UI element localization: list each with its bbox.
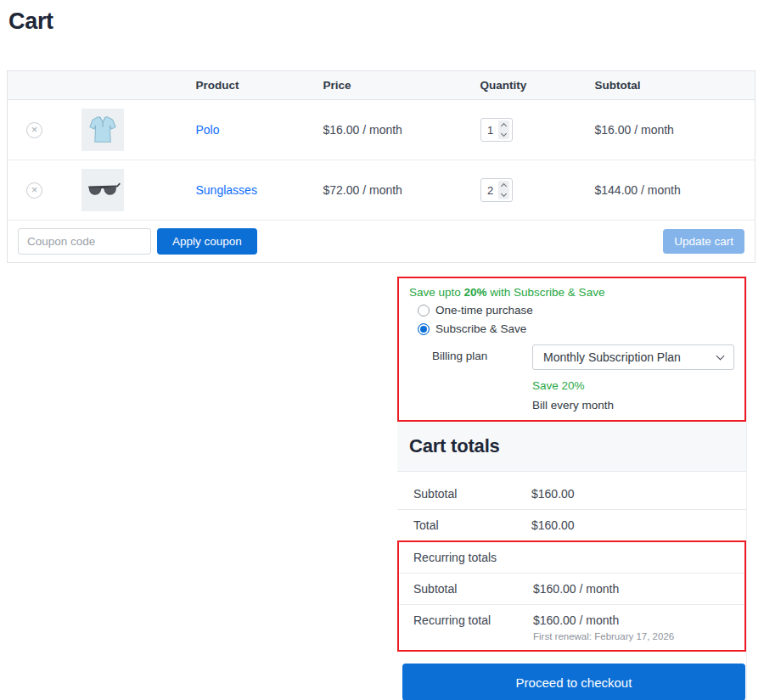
radio-unselected-icon[interactable] bbox=[418, 305, 430, 316]
apply-coupon-button[interactable]: Apply coupon bbox=[157, 228, 257, 255]
col-quantity: Quantity bbox=[472, 71, 587, 100]
table-header-row: Product Price Quantity Subtotal bbox=[8, 71, 756, 100]
billing-plan-label: Billing plan bbox=[432, 344, 532, 412]
col-price: Price bbox=[315, 71, 472, 100]
first-renewal-note: First renewal: February 17, 2026 bbox=[533, 631, 674, 641]
chevron-down-icon[interactable] bbox=[500, 131, 506, 137]
headline-prefix: Save upto bbox=[409, 286, 464, 299]
item-subtotal: $144.00 / month bbox=[587, 160, 756, 221]
subtotal-label: Subtotal bbox=[397, 487, 531, 501]
billing-plan-row: Billing plan Monthly Subscription Plan S… bbox=[409, 344, 734, 412]
col-remove bbox=[8, 71, 73, 100]
cart-totals-title: Cart totals bbox=[409, 435, 746, 457]
recurring-total-label: Recurring total bbox=[399, 613, 533, 627]
recurring-totals-title: Recurring totals bbox=[399, 551, 497, 564]
cart-totals-body: Subtotal $160.00 Total $160.00 Recurring… bbox=[397, 472, 746, 700]
chevron-up-icon[interactable] bbox=[500, 123, 506, 129]
radio-label: Subscribe & Save bbox=[435, 322, 526, 335]
chevron-up-icon[interactable] bbox=[500, 183, 506, 189]
circle-x-icon: × bbox=[31, 183, 38, 197]
cart-totals-header: Cart totals bbox=[397, 422, 746, 472]
circle-x-icon: × bbox=[31, 123, 38, 137]
item-subtotal: $16.00 / month bbox=[587, 100, 756, 160]
table-row-sunglasses: × Sunglasses $72.00 / m bbox=[8, 160, 756, 221]
recurring-total-value: $160.00 / month bbox=[533, 613, 674, 627]
radio-subscribe-save[interactable]: Subscribe & Save bbox=[418, 322, 734, 336]
radio-label: One-time purchase bbox=[435, 304, 533, 316]
subscribe-save-headline: Save upto 20% with Subscribe & Save bbox=[409, 286, 734, 299]
headline-percent: 20% bbox=[464, 286, 487, 299]
chevron-down-icon bbox=[716, 352, 725, 361]
quantity-stepper[interactable] bbox=[480, 118, 513, 142]
col-product: Product bbox=[188, 71, 315, 100]
coupon-row: Apply coupon Update cart bbox=[8, 221, 756, 263]
radio-selected-icon[interactable] bbox=[418, 323, 430, 335]
cart-collaterals: Save upto 20% with Subscribe & Save One-… bbox=[397, 277, 747, 700]
subscribe-save-widget: Save upto 20% with Subscribe & Save One-… bbox=[397, 277, 746, 422]
update-cart-button[interactable]: Update cart bbox=[663, 229, 744, 254]
product-thumbnail-polo[interactable] bbox=[81, 109, 124, 151]
headline-suffix: with Subscribe & Save bbox=[487, 286, 605, 299]
save-percent-note: Save 20% bbox=[532, 379, 734, 392]
col-thumbnail bbox=[73, 71, 188, 100]
spinner-buttons[interactable] bbox=[498, 120, 509, 139]
quantity-input[interactable] bbox=[483, 184, 498, 197]
radio-one-time-purchase[interactable]: One-time purchase bbox=[418, 303, 734, 317]
billing-frequency-note: Bill every month bbox=[532, 399, 734, 412]
spinner-buttons[interactable] bbox=[498, 181, 509, 199]
quantity-input[interactable] bbox=[483, 124, 498, 137]
total-row: Total $160.00 bbox=[397, 510, 746, 540]
subtotal-value: $160.00 bbox=[531, 487, 575, 501]
recurring-total-row: Recurring total $160.00 / month First re… bbox=[399, 605, 744, 650]
billing-plan-select[interactable]: Monthly Subscription Plan bbox=[532, 344, 734, 370]
page-title: Cart bbox=[8, 8, 756, 35]
table-row-polo: × Polo $16.00 / month bbox=[8, 100, 756, 160]
polo-shirt-icon bbox=[85, 112, 121, 148]
proceed-to-checkout-button[interactable]: Proceed to checkout bbox=[402, 664, 745, 700]
product-link[interactable]: Polo bbox=[196, 123, 220, 137]
item-price: $16.00 / month bbox=[315, 100, 472, 160]
product-link[interactable]: Sunglasses bbox=[196, 183, 257, 197]
total-value: $160.00 bbox=[531, 518, 575, 532]
cart-page: Cart Product Price Quantity Subtotal × bbox=[0, 0, 764, 700]
chevron-down-icon[interactable] bbox=[500, 191, 506, 197]
total-label: Total bbox=[397, 518, 531, 532]
remove-item-button[interactable]: × bbox=[26, 182, 42, 199]
subtotal-row: Subtotal $160.00 bbox=[397, 479, 746, 510]
remove-item-button[interactable]: × bbox=[26, 122, 42, 138]
recurring-subtotal-value: $160.00 / month bbox=[533, 582, 619, 596]
recurring-subtotal-row: Subtotal $160.00 / month bbox=[399, 574, 744, 605]
billing-plan-selected-value: Monthly Subscription Plan bbox=[543, 350, 681, 364]
recurring-subtotal-label: Subtotal bbox=[399, 582, 533, 596]
sunglasses-icon bbox=[84, 171, 121, 209]
coupon-code-input[interactable] bbox=[18, 228, 151, 255]
col-subtotal: Subtotal bbox=[587, 71, 756, 100]
recurring-totals-title-row: Recurring totals bbox=[399, 542, 744, 574]
item-price: $72.00 / month bbox=[315, 160, 472, 221]
cart-items-table: Product Price Quantity Subtotal × bbox=[7, 70, 756, 263]
product-thumbnail-sunglasses[interactable] bbox=[81, 169, 124, 211]
quantity-stepper[interactable] bbox=[480, 178, 513, 202]
recurring-totals-section: Recurring totals Subtotal $160.00 / mont… bbox=[397, 540, 746, 652]
